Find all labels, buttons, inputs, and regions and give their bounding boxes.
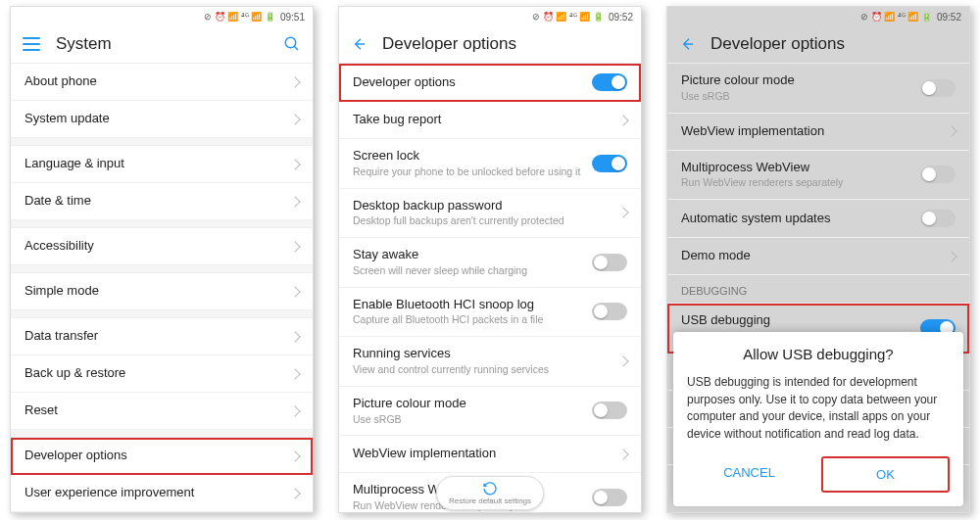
toggle-switch[interactable] (592, 402, 627, 419)
settings-row[interactable]: About phone (11, 64, 313, 101)
row-title: Reset (24, 402, 281, 419)
page-title: Developer options (382, 34, 629, 54)
row-title: User experience improvement (24, 485, 281, 501)
row-title: Enable Bluetooth HCI snoop log (353, 297, 582, 313)
dialog-body: USB debugging is intended for developmen… (687, 374, 950, 443)
settings-list: About phoneSystem updateLanguage & input… (11, 64, 313, 512)
settings-row[interactable]: Desktop backup passwordDesktop full back… (339, 189, 641, 239)
menu-icon[interactable] (23, 37, 40, 51)
toggle-switch[interactable] (920, 79, 956, 97)
chevron-right-icon (617, 115, 628, 125)
chevron-right-icon (289, 114, 300, 124)
chevron-right-icon (289, 196, 300, 207)
cancel-button[interactable]: CANCEL (687, 456, 811, 493)
row-title: Screen lock (353, 148, 582, 165)
settings-row[interactable]: Enable Bluetooth HCI snoop logCapture al… (339, 288, 641, 338)
toggle-switch[interactable] (592, 303, 627, 320)
row-title: WebView implementation (353, 446, 610, 462)
chevron-right-icon (289, 450, 300, 461)
row-title: Simple mode (24, 283, 281, 300)
toggle-switch[interactable] (592, 254, 627, 271)
restore-defaults-button[interactable]: Restore default settings (436, 476, 544, 510)
settings-row[interactable]: Data transfer (11, 318, 313, 355)
row-subtitle: Screen will never sleep while charging (353, 264, 582, 278)
settings-list: Developer optionsTake bug reportScreen l… (339, 64, 641, 512)
settings-row[interactable]: Picture colour modeUse sRGB (667, 64, 969, 114)
usb-debugging-dialog: Allow USB debugging? USB debugging is in… (673, 332, 963, 506)
settings-row[interactable]: Developer options (11, 438, 313, 475)
row-title: Picture colour mode (353, 396, 582, 412)
settings-row[interactable]: Accessibility (11, 228, 313, 265)
header: Developer options (667, 24, 969, 64)
settings-row[interactable]: WebView implementation (339, 436, 641, 473)
row-title: System update (24, 111, 281, 127)
row-subtitle: Run WebView renderers separately (681, 176, 910, 190)
row-subtitle: Use sRGB (353, 413, 582, 427)
toggle-switch[interactable] (920, 165, 956, 183)
settings-row[interactable]: Reset (11, 393, 313, 430)
settings-row[interactable]: User experience improvement (11, 475, 313, 512)
status-bar: ⊘ ⏰ 📶 ⁴ᴳ 📶 🔋09:51 (11, 7, 313, 24)
chevron-right-icon (946, 251, 956, 261)
status-bar: ⊘ ⏰ 📶 ⁴ᴳ 📶 🔋09:52 (339, 7, 641, 24)
row-title: USB debugging (681, 312, 910, 329)
row-subtitle: Desktop full backups aren't currently pr… (353, 214, 610, 228)
settings-row[interactable]: WebView implementation (667, 114, 969, 151)
chevron-right-icon (289, 286, 300, 297)
chevron-right-icon (946, 125, 956, 136)
screen-developer-options: ⊘ ⏰ 📶 ⁴ᴳ 📶 🔋09:52 Developer options Deve… (338, 6, 642, 513)
chevron-right-icon (617, 208, 628, 218)
toggle-switch[interactable] (920, 210, 956, 227)
back-icon[interactable] (679, 36, 695, 52)
toggle-switch[interactable] (592, 489, 627, 506)
settings-row[interactable]: Back up & restore (11, 355, 313, 393)
settings-row[interactable]: Demo mode (667, 238, 969, 275)
row-title: Accessibility (24, 238, 281, 255)
settings-row[interactable]: Take bug report (339, 102, 641, 139)
row-title: About phone (24, 73, 281, 90)
section-gap (11, 310, 313, 318)
row-title: Running services (353, 346, 610, 362)
section-gap (11, 265, 313, 273)
chevron-right-icon (289, 331, 300, 342)
row-subtitle: Capture all Bluetooth HCI packets in a f… (353, 313, 582, 327)
settings-row[interactable]: Simple mode (11, 273, 313, 310)
settings-row[interactable]: Picture colour modeUse sRGB (339, 387, 641, 437)
page-title: System (56, 34, 283, 54)
settings-row[interactable]: Automatic system updates (667, 200, 969, 238)
row-subtitle: Use sRGB (681, 90, 910, 104)
toggle-switch[interactable] (592, 73, 627, 91)
settings-row[interactable]: Date & time (11, 183, 313, 220)
screen-usb-debugging: ⊘ ⏰ 📶 ⁴ᴳ 📶 🔋09:52 Developer options Pict… (666, 6, 970, 513)
search-icon[interactable] (283, 35, 301, 53)
settings-row[interactable]: Stay awakeScreen will never sleep while … (339, 238, 641, 288)
back-icon[interactable] (351, 36, 367, 52)
chevron-right-icon (617, 355, 628, 366)
screen-system: ⊘ ⏰ 📶 ⁴ᴳ 📶 🔋09:51 System About phoneSyst… (10, 6, 314, 513)
svg-line-1 (294, 46, 298, 50)
chevron-right-icon (289, 76, 300, 87)
chevron-right-icon (617, 449, 628, 459)
row-title: Developer options (24, 448, 281, 464)
row-subtitle: View and control currently running servi… (353, 363, 610, 377)
row-title: Language & input (24, 156, 281, 172)
row-title: Date & time (24, 193, 281, 210)
toggle-switch[interactable] (592, 155, 627, 172)
settings-row[interactable]: Developer options (339, 64, 641, 102)
settings-row[interactable]: System update (11, 101, 313, 138)
row-title: Data transfer (24, 328, 281, 345)
settings-row[interactable]: Language & input (11, 146, 313, 183)
chevron-right-icon (289, 405, 300, 416)
row-title: WebView implementation (681, 123, 938, 140)
settings-row[interactable]: Multiprocess WebViewRun WebView renderer… (667, 151, 969, 201)
row-title: Automatic system updates (681, 211, 910, 227)
row-title: Demo mode (681, 248, 938, 264)
row-title: Developer options (353, 74, 582, 91)
row-subtitle: Require your phone to be unlocked before… (353, 165, 582, 179)
settings-row[interactable]: Screen lockRequire your phone to be unlo… (339, 139, 641, 189)
settings-row[interactable]: Running servicesView and control current… (339, 337, 641, 387)
svg-point-0 (285, 37, 296, 48)
page-title: Developer options (710, 34, 957, 54)
row-title: Desktop backup password (353, 198, 610, 214)
ok-button[interactable]: OK (821, 456, 950, 493)
